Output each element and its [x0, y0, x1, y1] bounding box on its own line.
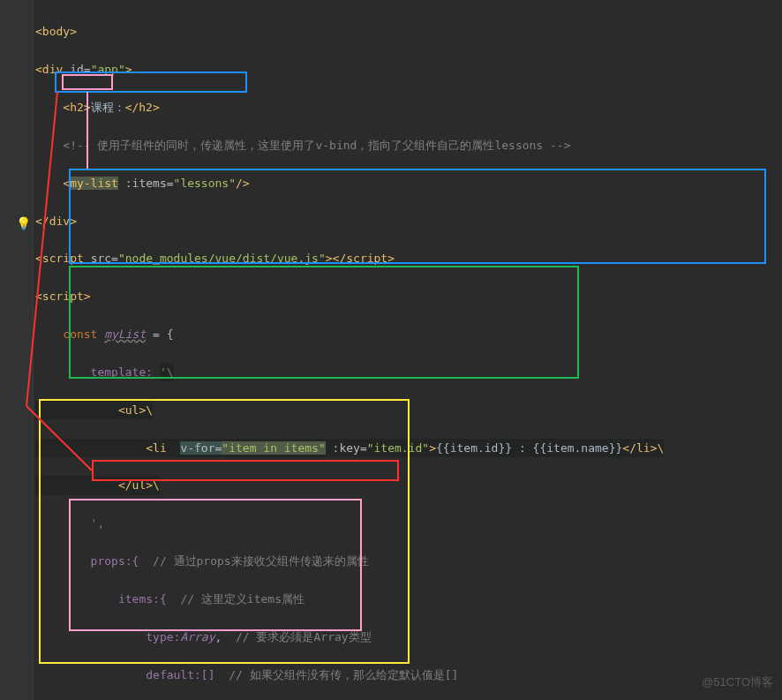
- code-token: myList: [104, 327, 146, 341]
- code-token: items:{: [35, 592, 180, 606]
- code-token: <script: [35, 252, 91, 265]
- code-token: {{item.id}} : {{item.name}}: [436, 441, 622, 455]
- code-token: >: [429, 441, 436, 455]
- watermark: @51CTO博客: [702, 673, 773, 691]
- code-token: <body>: [35, 25, 77, 38]
- code-comment: // 要求必须是Array类型: [236, 630, 372, 644]
- code-token: v-for=: [180, 441, 222, 455]
- code-token: </li>\: [622, 441, 664, 455]
- code-token: </div>: [35, 215, 77, 228]
- code-token: <h2>: [35, 101, 91, 114]
- code-token: <li: [35, 441, 180, 455]
- code-token: Array: [180, 630, 214, 644]
- code-token: "node_modules/vue/dist/vue.js": [118, 252, 326, 265]
- code-token: id=: [70, 63, 90, 76]
- code-token: />: [236, 177, 250, 190]
- code-token: 课程：: [91, 101, 125, 114]
- code-token: ></script>: [326, 252, 395, 265]
- line-gutter: [0, 0, 34, 700]
- code-token: "lessons": [174, 177, 236, 190]
- code-token: </h2>: [125, 101, 160, 114]
- code-token: '\: [160, 363, 174, 381]
- code-token: :key=: [326, 441, 367, 455]
- code-comment: // 这里定义items属性: [180, 592, 305, 606]
- code-token: src=: [91, 252, 118, 265]
- code-token: "item in items": [222, 441, 325, 455]
- code-token: </ul>\: [35, 478, 160, 492]
- code-token: default:[]: [35, 668, 229, 681]
- code-token: "app": [91, 63, 125, 76]
- code-token: const: [35, 327, 104, 341]
- code-token: ,: [215, 630, 236, 644]
- code-token: :items=: [118, 177, 174, 190]
- code-token: type:: [35, 630, 180, 644]
- code-token: <: [35, 177, 70, 190]
- code-token: <ul>\: [35, 403, 153, 417]
- code-token: props:{: [35, 554, 153, 568]
- code-token: "item.id": [367, 441, 429, 455]
- code-token: >: [125, 63, 132, 76]
- code-token: template:: [35, 365, 160, 379]
- code-area[interactable]: <body> <div id="app"> <h2>课程：</h2> <!-- …: [35, 4, 664, 700]
- code-token: my-list: [70, 177, 118, 190]
- code-comment: // 通过props来接收父组件传递来的属性: [153, 554, 369, 568]
- code-token: <div: [35, 63, 70, 76]
- code-token: ',: [35, 516, 104, 530]
- intention-bulb-icon[interactable]: 💡: [16, 214, 31, 234]
- code-comment: // 如果父组件没有传，那么给定默认值是[]: [229, 668, 458, 681]
- code-token: <script>: [35, 290, 91, 303]
- code-comment: <!-- 使用子组件的同时，传递属性，这里使用了v-bind，指向了父组件自己的…: [35, 139, 571, 152]
- code-token: = {: [146, 327, 173, 341]
